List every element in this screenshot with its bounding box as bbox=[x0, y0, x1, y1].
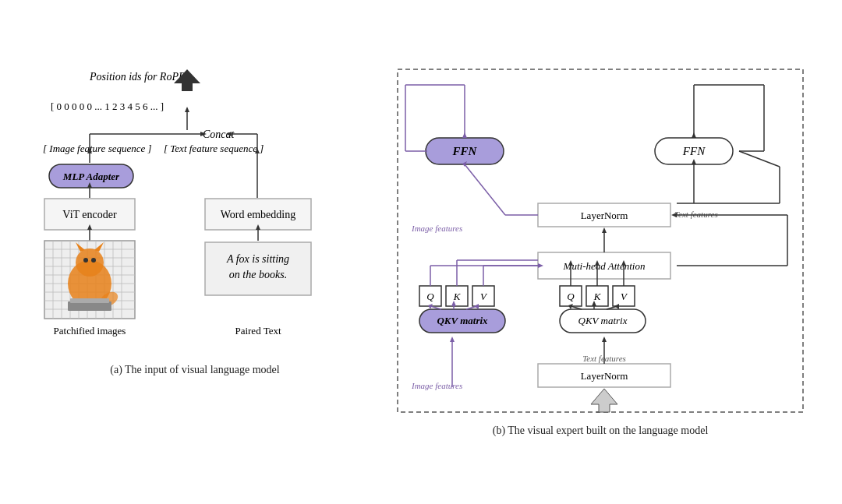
svg-text:FFN: FFN bbox=[682, 145, 706, 157]
svg-text:Image features: Image features bbox=[411, 381, 462, 390]
svg-marker-64 bbox=[591, 389, 617, 412]
svg-text:(b) The visual expert built on: (b) The visual expert built on the langu… bbox=[493, 425, 709, 437]
svg-text:Muti-head Attention: Muti-head Attention bbox=[563, 260, 646, 272]
svg-text:[ 0  0  0  0  0  ...  1  2  3 : [ 0 0 0 0 0 ... 1 2 3 4 5 6 ... ] bbox=[51, 100, 164, 112]
svg-text:[ Text  feature sequence ]: [ Text feature sequence ] bbox=[164, 143, 264, 154]
svg-text:FFN: FFN bbox=[452, 145, 478, 157]
svg-text:K: K bbox=[593, 291, 602, 302]
svg-marker-135 bbox=[692, 132, 696, 138]
svg-text:Word embedding: Word embedding bbox=[221, 209, 295, 220]
svg-marker-70 bbox=[450, 337, 455, 342]
svg-text:MLP Adapter: MLP Adapter bbox=[62, 171, 120, 182]
svg-text:Text features: Text features bbox=[674, 210, 718, 219]
svg-line-129 bbox=[465, 164, 505, 215]
svg-text:QKV matrix: QKV matrix bbox=[437, 315, 488, 326]
left-panel: Position ids for RoPE [ 0 0 0 0 0 ... 1 … bbox=[27, 62, 363, 443]
svg-text:on the books.: on the books. bbox=[229, 269, 287, 280]
right-panel: LayerNorm Image features Text features Q… bbox=[386, 62, 815, 443]
svg-text:Q: Q bbox=[567, 291, 575, 302]
svg-text:QKV matrix: QKV matrix bbox=[578, 315, 628, 326]
svg-point-45 bbox=[83, 258, 88, 263]
svg-rect-48 bbox=[70, 298, 109, 303]
svg-text:Q: Q bbox=[426, 291, 434, 302]
svg-point-41 bbox=[76, 248, 104, 277]
svg-point-46 bbox=[91, 258, 96, 263]
svg-text:LayerNorm: LayerNorm bbox=[581, 210, 628, 221]
main-container: Position ids for RoPE [ 0 0 0 0 0 ... 1 … bbox=[8, 46, 834, 459]
svg-text:Paired Text: Paired Text bbox=[235, 325, 281, 337]
svg-text:K: K bbox=[453, 291, 462, 302]
svg-text:Image features: Image features bbox=[411, 224, 462, 233]
svg-text:(a) The input of visual langua: (a) The input of visual language model bbox=[110, 364, 280, 376]
right-diagram-svg: LayerNorm Image features Text features Q… bbox=[390, 62, 811, 443]
svg-marker-72 bbox=[602, 337, 607, 342]
svg-marker-117 bbox=[602, 227, 607, 233]
svg-text:[ Image feature sequence ]: [ Image feature sequence ] bbox=[43, 143, 152, 154]
svg-text:Position ids for RoPE: Position ids for RoPE bbox=[89, 71, 186, 83]
svg-text:ViT encoder: ViT encoder bbox=[62, 209, 117, 220]
svg-marker-140 bbox=[462, 132, 467, 138]
svg-line-143 bbox=[739, 151, 780, 167]
svg-marker-4 bbox=[185, 107, 189, 112]
svg-text:LayerNorm: LayerNorm bbox=[581, 370, 628, 382]
left-diagram-svg: Position ids for RoPE [ 0 0 0 0 0 ... 1 … bbox=[27, 62, 363, 443]
svg-text:Patchified images: Patchified images bbox=[54, 325, 126, 337]
svg-text:A fox is sitting: A fox is sitting bbox=[226, 253, 289, 265]
